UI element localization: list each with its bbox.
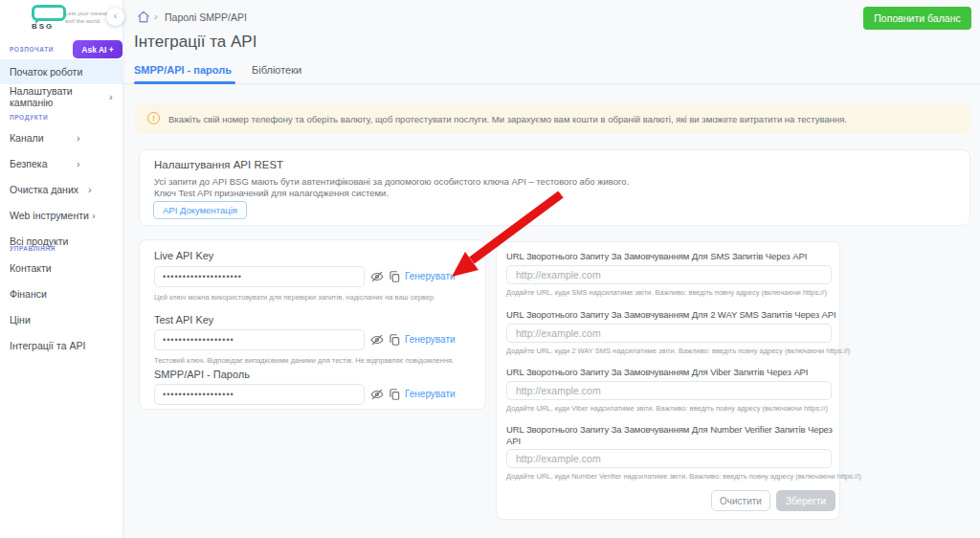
callback-url-viber-label: URL Зворотнього Запиту За Замовчуванням … <box>506 367 835 378</box>
tab-divider <box>122 83 980 84</box>
sidebar-item-ochystka-danykh[interactable]: Очистка даних › <box>0 177 122 202</box>
test-api-key-helper: Тестовий ключ. Відповідає випадковими да… <box>154 356 454 365</box>
sidebar: BSG Lets your message surf the world РОЗ… <box>0 0 122 538</box>
breadcrumb: Паролі SMPP/API <box>165 11 247 23</box>
sidebar-section-products: ПРОДУКТИ <box>10 114 48 121</box>
live-api-key-helper: Цей ключ можна використовувати для перев… <box>154 293 434 302</box>
sidebar-item-nalashtuvaty-kampaniyu[interactable]: Налаштувати кампанію › <box>0 84 122 109</box>
ask-ai-button[interactable]: Ask AI + <box>73 40 122 58</box>
sidebar-item-intehratsii-ta-api[interactable]: Інтеграції та API <box>0 333 122 358</box>
callback-url-sms-label: URL Зворотнього Запиту За Замовчуванням … <box>506 251 835 262</box>
warning-icon: ! <box>147 112 160 124</box>
api-rest-card: Налаштування API REST Усі запити до API … <box>139 149 970 226</box>
eye-off-icon[interactable] <box>370 388 384 401</box>
callback-urls-card: URL Зворотнього Запиту За Замовчуванням … <box>496 241 840 520</box>
clear-button[interactable]: Очистити <box>711 490 770 511</box>
api-rest-description-2: Ключ Test API призначений для налагоджен… <box>154 188 389 198</box>
bsg-logo-icon <box>32 5 66 21</box>
callback-url-2way-input[interactable] <box>506 324 832 343</box>
copy-icon[interactable] <box>388 388 401 401</box>
smpp-password-label: SMPP/API - Пароль <box>154 369 250 380</box>
chevron-right-icon: › <box>77 158 80 169</box>
callback-url-2way-helper: Додайте URL, куди 2 WAY SMS надсилатиме … <box>506 347 850 355</box>
live-api-key-label: Live API Key <box>154 250 213 261</box>
chevron-right-icon: › <box>109 91 113 102</box>
topup-balance-button[interactable]: Поповнити баланс <box>863 7 971 30</box>
sidebar-item-kontakty[interactable]: Контакти <box>0 256 122 280</box>
breadcrumb-separator: › <box>154 11 158 22</box>
sidebar-item-finansy[interactable]: Фінанси <box>0 281 122 306</box>
api-rest-description-1: Усі запити до API BSG мають бути автенти… <box>154 176 629 187</box>
chevron-right-icon: › <box>77 132 80 144</box>
generate-live-key-link[interactable]: Генерувати <box>405 271 456 281</box>
callback-url-sms-helper: Додайте URL, куди SMS надсилатиме звіти.… <box>506 288 827 297</box>
copy-icon[interactable] <box>388 270 401 283</box>
callback-url-viber-helper: Додайте URL, куди Viber надсилатиме звіт… <box>506 404 828 413</box>
api-keys-card: Live API Key Генерувати Цей ключ можна в… <box>139 239 486 410</box>
brand-name: BSG <box>32 22 54 31</box>
generate-test-key-link[interactable]: Генерувати <box>405 334 456 345</box>
home-icon[interactable] <box>137 11 150 23</box>
smpp-password-input[interactable] <box>154 384 365 405</box>
copy-icon[interactable] <box>388 333 401 347</box>
api-rest-title: Налаштування API REST <box>154 159 283 170</box>
active-tab-underline <box>134 81 235 84</box>
callback-url-2way-label: URL Зворотнього Запиту За Замовчуванням … <box>506 309 835 321</box>
callback-url-number-verifier-label: URL Зворотнього Запиту За Замовчуванням … <box>506 424 835 447</box>
eye-off-icon[interactable] <box>370 270 384 283</box>
api-docs-button[interactable]: API Документація <box>153 201 247 219</box>
sidebar-section-management: УПРАВЛІННЯ <box>10 245 56 252</box>
chevron-right-icon: › <box>88 184 92 195</box>
sidebar-collapse-button[interactable]: ‹ <box>106 8 124 26</box>
callback-url-number-verifier-helper: Додайте URL, куди Number Verifier надсил… <box>506 472 861 481</box>
sidebar-item-pochatok-roboty[interactable]: Початок роботи <box>0 59 122 84</box>
info-banner: ! Вкажіть свій номер телефону та оберіть… <box>135 103 970 134</box>
callback-url-number-verifier-input[interactable] <box>506 449 832 468</box>
live-api-key-input[interactable] <box>154 266 365 287</box>
chevron-right-icon: › <box>92 210 96 221</box>
generate-smpp-password-link[interactable]: Генерувати <box>405 389 456 399</box>
tab-smpp-api-password[interactable]: SMPP/API - пароль <box>134 64 232 76</box>
page-title: Інтеграції та API <box>134 33 256 52</box>
save-button[interactable]: Зберегти <box>776 490 835 511</box>
screen: BSG Lets your message surf the world РОЗ… <box>0 0 980 538</box>
callback-url-viber-input[interactable] <box>506 381 832 400</box>
banner-text: Вкажіть свій номер телефону та оберіть в… <box>168 114 847 124</box>
sidebar-item-kanaly[interactable]: Канали › <box>0 125 122 150</box>
sidebar-section-start: РОЗПОЧАТИ <box>10 46 54 53</box>
sidebar-item-tsiny[interactable]: Ціни <box>0 307 122 332</box>
test-api-key-label: Test API Key <box>154 314 213 325</box>
callback-url-sms-input[interactable] <box>506 265 832 284</box>
test-api-key-input[interactable] <box>154 329 365 350</box>
sidebar-item-web-instrumenty[interactable]: Web інструменти › <box>0 203 122 228</box>
sidebar-item-bezpeka[interactable]: Безпека › <box>0 151 122 176</box>
eye-off-icon[interactable] <box>370 333 384 347</box>
tab-libraries[interactable]: Бібліотеки <box>252 64 301 76</box>
